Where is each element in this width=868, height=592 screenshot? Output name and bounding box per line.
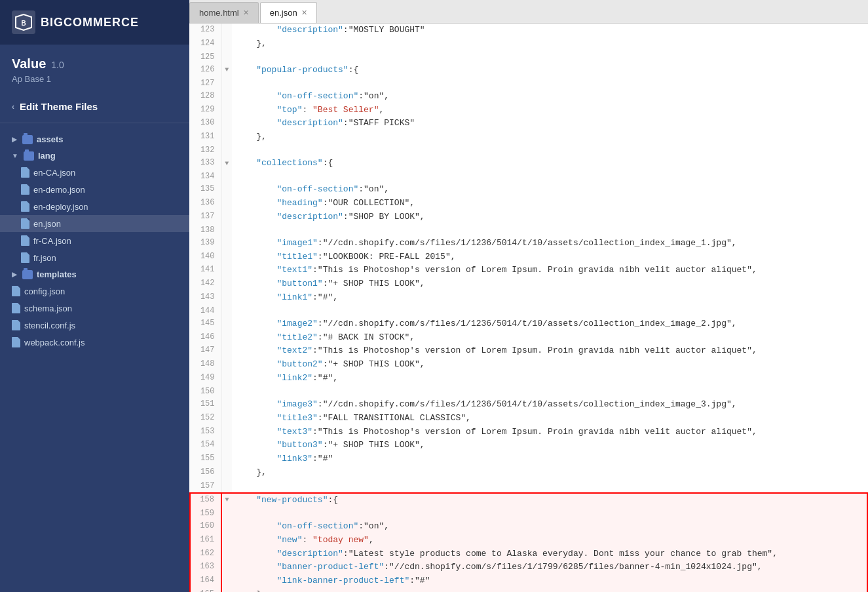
line-code[interactable] <box>232 385 867 398</box>
line-code[interactable]: "image2":"//cdn.shopify.com/s/files/1/12… <box>232 317 867 331</box>
fold-gutter[interactable] <box>221 372 232 385</box>
fold-gutter[interactable] <box>221 507 232 520</box>
sidebar-item-en-deploy-json[interactable]: en-deploy.json <box>0 198 189 215</box>
fold-gutter[interactable] <box>221 520 232 534</box>
line-code[interactable]: "button3":"+ SHOP THIS LOOK", <box>232 439 867 452</box>
line-code[interactable]: "description":"SHOP BY LOOK", <box>232 210 867 224</box>
line-code[interactable]: "on-off-section":"on", <box>232 183 867 197</box>
fold-gutter[interactable] <box>221 24 232 37</box>
fold-gutter[interactable] <box>221 183 232 197</box>
line-code[interactable] <box>232 507 867 520</box>
fold-gutter[interactable] <box>221 439 232 452</box>
line-code[interactable]: "link2":"#", <box>232 372 867 385</box>
line-code[interactable]: "title3":"FALL TRANSITIONAL CLASSICS", <box>232 412 867 425</box>
line-code[interactable]: "description":"MOSTLY BOUGHT" <box>232 24 867 37</box>
fold-gutter[interactable] <box>221 237 232 250</box>
line-code[interactable]: "top": "Best Seller", <box>232 104 867 117</box>
line-code[interactable] <box>232 480 867 493</box>
fold-gutter[interactable] <box>221 170 232 183</box>
edit-theme-files[interactable]: ‹ Edit Theme Files <box>12 101 178 112</box>
line-code[interactable]: }, <box>232 130 867 144</box>
sidebar-item-schema-json[interactable]: schema.json <box>0 300 189 317</box>
sidebar-item-stencil-conf-js[interactable]: stencil.conf.js <box>0 317 189 334</box>
fold-gutter[interactable] <box>221 130 232 144</box>
line-code[interactable]: "text1":"This is Photoshop's version of … <box>232 264 867 277</box>
line-code[interactable]: "description":"Latest style products com… <box>232 547 867 561</box>
fold-gutter[interactable] <box>221 305 232 317</box>
fold-gutter[interactable] <box>221 77 232 90</box>
fold-gutter[interactable] <box>221 588 232 592</box>
fold-gutter[interactable] <box>221 534 232 547</box>
line-code[interactable]: "text2":"This is Photoshop's version of … <box>232 344 867 358</box>
fold-gutter[interactable] <box>221 224 232 237</box>
tab-close-icon[interactable]: ✕ <box>301 9 307 16</box>
tab-close-icon[interactable]: ✕ <box>243 9 249 16</box>
fold-gutter[interactable] <box>221 452 232 466</box>
sidebar-item-fr-json[interactable]: fr.json <box>0 249 189 266</box>
sidebar-item-en-demo-json[interactable]: en-demo.json <box>0 181 189 198</box>
fold-gutter[interactable] <box>221 480 232 493</box>
line-code[interactable]: "collections":{ <box>232 157 867 170</box>
line-code[interactable]: "description":"STAFF PICKS" <box>232 117 867 130</box>
fold-gutter[interactable] <box>221 317 232 331</box>
fold-gutter[interactable] <box>221 197 232 210</box>
fold-gutter[interactable] <box>221 210 232 224</box>
fold-gutter[interactable] <box>221 547 232 561</box>
fold-gutter[interactable] <box>221 264 232 277</box>
fold-gutter[interactable] <box>221 466 232 480</box>
fold-gutter[interactable] <box>221 250 232 264</box>
line-code[interactable]: "new": "today new", <box>232 534 867 547</box>
line-code[interactable]: "title2":"# BACK IN STOCK", <box>232 331 867 345</box>
line-code[interactable]: "link3":"#" <box>232 452 867 466</box>
sidebar-item-assets[interactable]: ▶ assets <box>0 131 189 148</box>
sidebar-item-en-json[interactable]: en.json <box>0 215 189 232</box>
line-code[interactable]: "image3":"//cdn.shopify.com/s/files/1/12… <box>232 398 867 412</box>
fold-gutter[interactable] <box>221 90 232 104</box>
line-code[interactable] <box>232 144 867 157</box>
fold-gutter[interactable]: ▼ <box>221 157 232 170</box>
line-code[interactable] <box>232 170 867 183</box>
fold-gutter[interactable] <box>221 398 232 412</box>
sidebar-item-webpack-conf-js[interactable]: webpack.conf.js <box>0 334 189 351</box>
line-code[interactable]: "popular-products":{ <box>232 64 867 77</box>
fold-gutter[interactable] <box>221 117 232 130</box>
line-code[interactable]: "button1":"+ SHOP THIS LOOK", <box>232 277 867 291</box>
line-code[interactable]: "on-off-section":"on", <box>232 90 867 104</box>
sidebar-item-fr-ca-json[interactable]: fr-CA.json <box>0 232 189 249</box>
fold-gutter[interactable] <box>221 358 232 372</box>
fold-gutter[interactable] <box>221 291 232 305</box>
fold-gutter[interactable] <box>221 412 232 425</box>
line-code[interactable]: "heading":"OUR COLLECTION", <box>232 197 867 210</box>
fold-gutter[interactable] <box>221 144 232 157</box>
fold-gutter[interactable] <box>221 385 232 398</box>
line-code[interactable]: "image1":"//cdn.shopify.com/s/files/1/12… <box>232 237 867 250</box>
line-code[interactable]: }, <box>232 37 867 51</box>
line-code[interactable]: "button2":"+ SHOP THIS LOOK", <box>232 358 867 372</box>
line-code[interactable] <box>232 305 867 317</box>
line-code[interactable]: }, <box>232 466 867 480</box>
line-code[interactable] <box>232 51 867 64</box>
fold-gutter[interactable] <box>221 51 232 64</box>
fold-gutter[interactable] <box>221 344 232 358</box>
line-code[interactable]: "link-banner-product-left":"#" <box>232 574 867 588</box>
sidebar-item-templates[interactable]: ▶ templates <box>0 266 189 283</box>
sidebar-item-lang[interactable]: ▼ lang <box>0 148 189 164</box>
line-code[interactable] <box>232 224 867 237</box>
fold-gutter[interactable] <box>221 277 232 291</box>
line-code[interactable]: "text3":"This is Photoshop's version of … <box>232 425 867 439</box>
line-code[interactable]: "title1":"LOOKBOOK: PRE-FALL 2015", <box>232 250 867 264</box>
line-code[interactable]: "on-off-section":"on", <box>232 520 867 534</box>
fold-gutter[interactable]: ▼ <box>221 493 232 507</box>
fold-gutter[interactable] <box>221 425 232 439</box>
tab-home-html[interactable]: home.html ✕ <box>189 2 259 23</box>
fold-gutter[interactable] <box>221 561 232 574</box>
fold-gutter[interactable] <box>221 574 232 588</box>
line-code[interactable]: "link1":"#", <box>232 291 867 305</box>
fold-gutter[interactable] <box>221 331 232 345</box>
tab-en-json[interactable]: en.json ✕ <box>260 2 317 23</box>
line-code[interactable]: "banner-product-left":"//cdn.shopify.com… <box>232 561 867 574</box>
fold-gutter[interactable]: ▼ <box>221 64 232 77</box>
line-code[interactable]: "new-products":{ <box>232 493 867 507</box>
editor-area[interactable]: 123 "description":"MOSTLY BOUGHT"124 },1… <box>189 24 868 592</box>
sidebar-item-config-json[interactable]: config.json <box>0 283 189 300</box>
